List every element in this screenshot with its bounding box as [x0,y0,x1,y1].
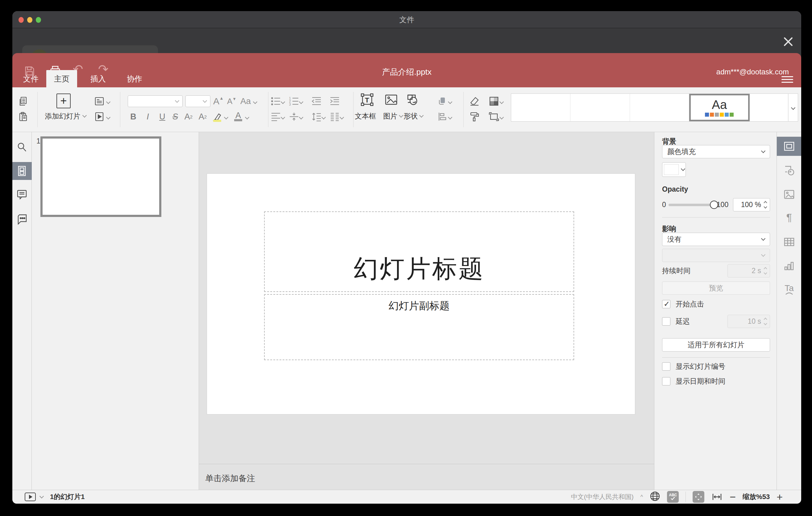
align-objects-icon[interactable] [437,111,448,122]
theme-thumbnail[interactable] [511,94,571,121]
search-icon[interactable] [16,142,27,153]
paint-roller-icon[interactable] [469,111,480,122]
change-case-icon[interactable]: Aa [240,95,252,107]
fit-to-slide-icon[interactable] [693,491,704,503]
shape-fill-icon[interactable] [488,95,500,107]
notes-divider[interactable] [199,464,654,464]
zoom-out-icon[interactable]: − [730,492,736,501]
effect-type-select[interactable] [662,249,770,262]
font-name-combo[interactable] [128,95,183,107]
menu-icon[interactable] [781,75,793,83]
theme-thumbnail[interactable] [630,94,689,121]
bold-icon[interactable]: B [127,111,139,122]
checkbox-unchecked[interactable] [662,377,670,385]
language-selector[interactable]: 中文(中华人民共和国) [571,492,634,501]
strikethrough-icon[interactable]: S [169,111,181,122]
opacity-slider-knob[interactable] [710,201,718,209]
opacity-label: Opacity [662,185,770,194]
chat-icon[interactable] [16,213,27,225]
close-icon[interactable] [782,35,795,48]
checkbox-unchecked[interactable] [662,317,670,325]
superscript-icon[interactable]: A2 [183,111,194,122]
font-size-combo[interactable] [185,95,210,107]
delay-checkbox[interactable]: 延迟 10 s [662,315,770,328]
image-icon[interactable] [384,93,398,107]
image-settings-icon[interactable] [784,189,795,200]
decrease-indent-icon[interactable] [311,95,322,107]
horizontal-align-icon[interactable] [270,111,282,122]
line-spacing-icon[interactable] [311,111,322,122]
shape-icon[interactable] [405,93,418,107]
background-color-swatch[interactable] [662,162,686,177]
theme-thumbnail[interactable] [571,94,630,121]
start-on-click-checkbox[interactable]: 开始点击 [662,299,770,309]
slide-canvas[interactable]: 幻灯片标题 幻灯片副标题 [207,173,635,414]
theme-thumbnail-selected[interactable]: Aa [689,94,749,121]
vertical-align-icon[interactable] [288,111,300,122]
increase-indent-icon[interactable] [329,95,341,107]
start-slideshow-icon[interactable] [93,111,105,122]
delay-spinner[interactable]: 10 s [727,315,770,328]
tab-collaboration[interactable]: 协作 [119,70,150,87]
decrease-font-icon[interactable]: A▼ [226,95,237,107]
tab-home[interactable]: 主页 [46,70,77,87]
eraser-icon[interactable] [469,95,480,107]
slide-layout-icon[interactable] [93,95,105,107]
show-date-time-checkbox[interactable]: 显示日期和时间 [662,376,770,386]
bullets-icon[interactable] [270,95,282,107]
add-slide-button[interactable]: 添加幻灯片 [39,111,92,121]
start-slideshow-status-icon[interactable] [25,492,36,501]
zoom-in-icon[interactable]: + [777,492,783,501]
globe-icon[interactable] [650,491,660,503]
paste-icon[interactable] [17,111,29,122]
add-slide-icon[interactable]: + [56,93,71,108]
subtitle-placeholder[interactable]: 幻灯片副标题 [264,294,574,360]
title-placeholder[interactable]: 幻灯片标题 [264,211,574,292]
opacity-value-spinner[interactable]: 100 % [733,198,770,211]
preview-button[interactable]: 预览 [662,282,770,295]
slide-settings-icon[interactable] [784,141,795,152]
checkbox-checked[interactable] [662,300,670,308]
duration-spinner[interactable]: 2 s [727,264,770,278]
show-slide-number-checkbox[interactable]: 显示幻灯片编号 [662,362,770,371]
subscript-icon[interactable]: A2 [197,111,208,122]
columns-icon[interactable] [329,111,341,122]
fit-to-width-icon[interactable] [711,491,723,503]
chart-settings-icon[interactable] [784,260,795,271]
italic-icon[interactable]: I [142,111,154,122]
tab-insert[interactable]: 插入 [83,70,114,87]
notes-placeholder[interactable]: 单击添加备注 [205,473,255,484]
slide-size-icon[interactable] [488,111,500,122]
slide-thumbnail[interactable] [40,136,161,217]
slides-panel-icon[interactable] [16,165,27,176]
shape-settings-icon[interactable] [784,165,795,176]
apply-to-all-button[interactable]: 适用于所有幻灯片 [662,338,770,351]
increase-font-icon[interactable]: A▲ [212,95,224,107]
editor-header: ↶ ↷ 产品介绍.pptx adm***@dootask.com 文件 主页 插… [12,53,801,87]
copy-icon[interactable] [17,95,29,107]
highlight-color-icon[interactable] [211,111,223,122]
theme-gallery-expand-icon[interactable] [788,94,798,121]
theme-thumbnail[interactable] [750,94,788,121]
paragraph-settings-icon[interactable]: ¶ [784,212,795,223]
shape-button[interactable]: 形状 [404,111,423,121]
opacity-slider[interactable] [669,204,714,206]
underline-icon[interactable]: U [156,111,168,122]
tab-file[interactable]: 文件 [16,70,46,87]
font-color-icon[interactable]: A [232,111,244,122]
zoom-level: 缩放%53 [743,492,770,501]
arrange-icon[interactable] [437,95,448,107]
table-settings-icon[interactable] [784,236,795,248]
settings-icon-strip: ¶ Ta [777,132,801,490]
slide-thumbnail-number: 1 [36,137,40,145]
text-box-button[interactable]: 文本框 [355,111,376,121]
effect-select[interactable]: 没有 [662,233,770,246]
numbering-icon[interactable]: 123 [288,95,300,107]
image-button[interactable]: 图片 [383,111,403,121]
checkbox-unchecked[interactable] [662,362,670,371]
comments-icon[interactable] [16,189,27,200]
textart-settings-icon[interactable]: Ta [784,284,795,295]
background-fill-select[interactable]: 颜色填充 [662,145,770,158]
text-box-icon[interactable]: T [360,93,374,107]
spell-check-icon[interactable]: ABC [667,491,679,503]
